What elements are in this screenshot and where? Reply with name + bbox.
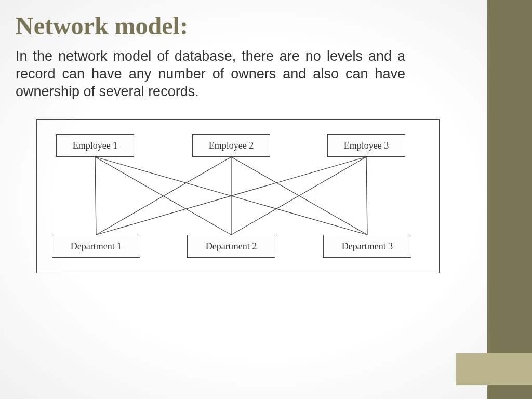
decor-sidebar-dark [487, 0, 532, 399]
slide-title: Network model: [16, 11, 188, 40]
node-department-2: Department 2 [187, 235, 275, 258]
node-employee-1: Employee 1 [56, 134, 134, 157]
network-diagram: Employee 1 Employee 2 Employee 3 Departm… [36, 119, 442, 275]
decor-sidebar-light [456, 353, 532, 385]
node-employee-2: Employee 2 [192, 134, 270, 157]
edge-line [95, 157, 96, 235]
node-employee-3: Employee 3 [327, 134, 405, 157]
node-department-3: Department 3 [323, 235, 411, 258]
edge-line [366, 157, 367, 235]
node-department-1: Department 1 [52, 235, 140, 258]
slide-body-text: In the network model of database, there … [16, 48, 405, 100]
